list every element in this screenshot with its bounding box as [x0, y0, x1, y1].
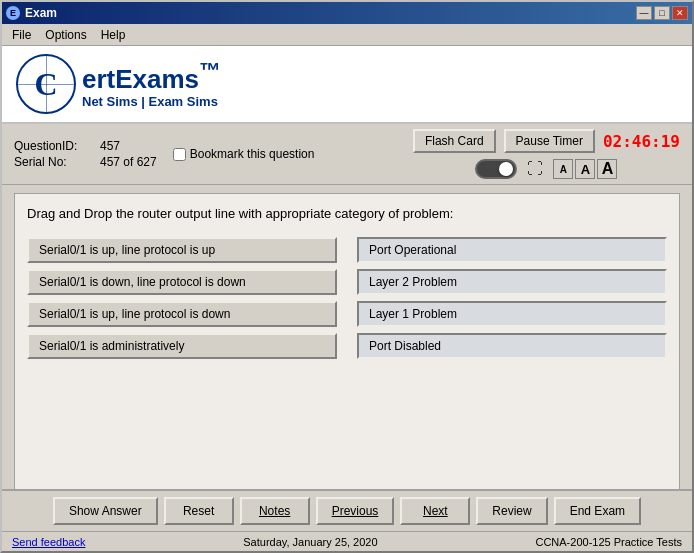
send-feedback-link[interactable]: Send feedback — [12, 536, 85, 548]
logo-tagline: Net Sims | Exam Sims — [82, 94, 221, 109]
bookmark-label: Bookmark this question — [190, 147, 315, 161]
font-controls: A A A — [553, 159, 617, 179]
close-button[interactable]: ✕ — [672, 6, 688, 20]
title-bar: E Exam — □ ✕ — [2, 2, 692, 24]
flash-card-button[interactable]: Flash Card — [413, 129, 496, 153]
drop-targets-column: Port Operational Layer 2 Problem Layer 1… — [357, 237, 667, 359]
qid-row: QuestionID: 457 Serial No: 457 of 627 — [14, 139, 157, 169]
logo-area: C ertExams™ Net Sims | Exam Sims — [2, 46, 692, 124]
window-title: Exam — [25, 6, 57, 20]
drop-target-0[interactable]: Port Operational — [357, 237, 667, 263]
drag-item-1[interactable]: Serial0/1 is down, line protocol is down — [27, 269, 337, 295]
menu-bar: File Options Help — [2, 24, 692, 46]
menu-file[interactable]: File — [6, 26, 37, 44]
end-exam-button[interactable]: End Exam — [554, 497, 641, 525]
logo-crosshair — [18, 56, 74, 112]
toggle-track — [475, 159, 517, 179]
reset-button[interactable]: Reset — [164, 497, 234, 525]
logo-name-text: ertExams™ — [82, 64, 221, 94]
menu-options[interactable]: Options — [39, 26, 92, 44]
serial-line: Serial No: 457 of 627 — [14, 155, 157, 169]
previous-button[interactable]: Previous — [316, 497, 395, 525]
main-content: Drag and Drop the router output line wit… — [2, 185, 692, 489]
question-header: QuestionID: 457 Serial No: 457 of 627 Bo… — [2, 124, 692, 185]
main-window: E Exam — □ ✕ File Options Help C ertExam… — [0, 0, 694, 553]
fullscreen-icon[interactable]: ⛶ — [527, 160, 543, 178]
font-large-button[interactable]: A — [597, 159, 617, 179]
title-controls: — □ ✕ — [636, 6, 688, 20]
review-button[interactable]: Review — [476, 497, 547, 525]
question-id-label: QuestionID: — [14, 139, 94, 153]
icon-row: ⛶ A A A — [475, 159, 617, 179]
status-exam-name: CCNA-200-125 Practice Tests — [535, 536, 682, 548]
title-bar-left: E Exam — [6, 6, 57, 20]
font-medium-button[interactable]: A — [575, 159, 595, 179]
drag-item-2[interactable]: Serial0/1 is up, line protocol is down — [27, 301, 337, 327]
minimize-button[interactable]: — — [636, 6, 652, 20]
drag-drop-area: Serial0/1 is up, line protocol is up Ser… — [27, 237, 667, 359]
serial-value: 457 of 627 — [100, 155, 157, 169]
status-bar: Send feedback Saturday, January 25, 2020… — [2, 531, 692, 551]
app-icon: E — [6, 6, 20, 20]
drag-item-0[interactable]: Serial0/1 is up, line protocol is up — [27, 237, 337, 263]
font-small-button[interactable]: A — [553, 159, 573, 179]
bookmark-checkbox[interactable] — [173, 148, 186, 161]
header-controls: Flash Card Pause Timer 02:46:19 ⛶ A A A — [413, 129, 680, 179]
status-date: Saturday, January 25, 2020 — [243, 536, 377, 548]
timer-display: 02:46:19 — [603, 132, 680, 151]
logo-circle: C — [16, 54, 76, 114]
toggle-switch[interactable] — [475, 159, 517, 179]
next-button[interactable]: Next — [400, 497, 470, 525]
drag-items-column: Serial0/1 is up, line protocol is up Ser… — [27, 237, 337, 359]
drop-target-1[interactable]: Layer 2 Problem — [357, 269, 667, 295]
question-box: Drag and Drop the router output line wit… — [14, 193, 680, 489]
serial-label: Serial No: — [14, 155, 94, 169]
toggle-thumb — [499, 162, 513, 176]
logo-text: ertExams™ Net Sims | Exam Sims — [82, 59, 221, 108]
show-answer-button[interactable]: Show Answer — [53, 497, 158, 525]
question-id-value: 457 — [100, 139, 120, 153]
pause-timer-button[interactable]: Pause Timer — [504, 129, 595, 153]
question-text: Drag and Drop the router output line wit… — [27, 206, 667, 221]
drop-target-3[interactable]: Port Disabled — [357, 333, 667, 359]
maximize-button[interactable]: □ — [654, 6, 670, 20]
logo-tm: ™ — [199, 58, 221, 83]
bottom-bar: Show Answer Reset Notes Previous Next Re… — [2, 489, 692, 531]
menu-help[interactable]: Help — [95, 26, 132, 44]
drag-item-3[interactable]: Serial0/1 is administratively — [27, 333, 337, 359]
logo-name: ertExams™ — [82, 59, 221, 93]
notes-button[interactable]: Notes — [240, 497, 310, 525]
question-id-line: QuestionID: 457 — [14, 139, 157, 153]
drop-target-2[interactable]: Layer 1 Problem — [357, 301, 667, 327]
bookmark-area: Bookmark this question — [173, 147, 315, 161]
